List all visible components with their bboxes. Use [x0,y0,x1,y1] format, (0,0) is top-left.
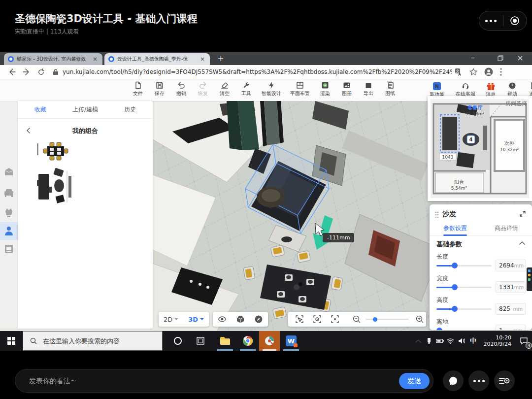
room-select-button[interactable]: 房间选择 [505,100,527,107]
more-button[interactable] [479,11,503,30]
notification-button[interactable]: 3 [515,331,532,351]
width-value-input[interactable]: 1331mm [496,281,526,293]
toolbar-save[interactable]: 保存 [149,81,170,97]
visibility-eye-icon[interactable] [218,315,227,324]
edge-toolbar-handle[interactable] [527,267,532,291]
restore-icon[interactable] [498,55,503,61]
tab-upload-model[interactable]: 上传/建模 [63,105,107,114]
length-slider[interactable] [436,263,492,268]
url-text[interactable]: yun.kujiale.com/tool/h5/diy?designid=3FO… [63,68,452,75]
combo-thumbnail-dining[interactable] [36,140,73,162]
catalog-panel: 收藏 上传/建模 历史 我的组合 [18,101,153,329]
toolbar-support[interactable]: 在线客服 [451,81,480,98]
volume-icon[interactable] [456,331,467,351]
battery-icon[interactable] [434,331,445,351]
file-explorer-button[interactable] [214,331,236,351]
tray-chevron-icon[interactable] [413,331,424,351]
chrome-button[interactable] [236,331,259,351]
forward-icon[interactable] [23,68,31,76]
back-icon[interactable] [8,68,16,76]
view-3d-button[interactable]: 3D [183,316,209,323]
toolbar-render[interactable]: 渲染 [314,81,336,97]
drag-handle-icon[interactable] [434,211,439,218]
cube-view-icon[interactable] [236,315,245,324]
toolbar-file[interactable]: 文件 [127,81,149,97]
browser-tab-2-active[interactable]: 云设计工具_圣德保陶瓷_季丹-保 × [104,53,210,65]
record-icon[interactable] [503,11,527,30]
room-living-name[interactable]: 客餐厅 [467,105,483,110]
zoom-slider-thumb[interactable] [373,317,377,322]
appliance-category-icon[interactable] [3,243,15,255]
new-tab-icon[interactable]: + [216,54,226,64]
browser-tab-1[interactable]: 酷家乐 - 3D云设计, 室内装修效 × [4,53,102,65]
height-value-input[interactable]: 825mm [496,303,526,315]
marquee-settings-icon[interactable] [313,315,322,324]
toolbar-redo[interactable]: 恢复 [192,81,214,97]
item-count-badge: 4 [469,137,473,142]
taskbar-clock[interactable]: 10:20 2020/9/24 [480,334,515,347]
usb-device-icon[interactable] [424,331,434,351]
chevron-up-icon[interactable] [519,241,525,245]
comment-input[interactable] [28,369,314,392]
room-balcony-name[interactable]: 阳台 [454,179,464,185]
tab-parameter-settings[interactable]: 参数设置 [430,222,481,235]
task-view-button[interactable] [189,331,212,351]
search-input[interactable] [42,337,155,345]
tab-history[interactable]: 历史 [108,105,153,114]
marquee-select-icon[interactable] [295,315,304,324]
zoom-in-icon[interactable] [415,315,424,324]
expand-icon[interactable] [519,210,526,217]
toolbar-undo[interactable]: 撤销 [170,81,192,97]
toolbar-clear[interactable]: 清空 [214,81,235,97]
decor-category-icon[interactable] [3,206,15,218]
danmaku-settings-button[interactable] [494,370,515,391]
recorder-app-button[interactable] [259,331,280,351]
length-value-input[interactable]: 2694mm [496,260,526,271]
floorplan-minimap[interactable]: 4 1043 客餐厅 35.68m² 次卧 10.32m² 阳台 5.54m² … [428,96,532,201]
toolbar-exit[interactable]: 退出 [523,81,532,98]
toolbar-drawing[interactable]: 图纸 [379,81,401,97]
cortana-button[interactable] [166,331,189,351]
browser-menu-icon[interactable] [500,68,502,76]
height-slider[interactable] [436,306,492,312]
width-slider[interactable] [436,284,492,290]
toolbar-message[interactable]: 消息 [480,81,501,98]
chat-bubble-button[interactable] [443,370,464,391]
profile-avatar-icon[interactable] [484,67,493,76]
focus-center-icon[interactable] [331,315,339,324]
combo-thumbnail-livingroom[interactable] [34,165,75,206]
wifi-icon[interactable] [445,331,456,351]
zoom-slider[interactable] [366,316,408,322]
tab-close-icon[interactable]: × [199,56,206,63]
start-button[interactable] [0,331,23,351]
tab-product-details[interactable]: 商品详情 [481,222,532,235]
compass-icon[interactable] [254,315,263,324]
ime-indicator[interactable]: 中 [467,331,480,351]
furniture-category-icon[interactable] [3,187,15,199]
more-options-button[interactable] [468,370,489,391]
offground-value-input[interactable]: 1mm [496,325,526,330]
wps-app-button[interactable]: W [280,331,302,351]
toolbar-help[interactable]: ? 帮助 [501,81,523,98]
tab-close-icon[interactable]: × [92,56,99,63]
avatar-category-selected[interactable] [0,222,18,240]
toolbar-floorplan[interactable]: 平面布置 [286,81,314,97]
translate-icon[interactable]: 文 [455,68,463,76]
room-category-icon[interactable] [3,166,15,178]
zoom-out-icon[interactable] [352,315,361,324]
taskbar-search[interactable] [23,331,163,351]
toolbar-album[interactable]: 图册 [336,81,358,97]
bookmark-star-icon[interactable] [469,68,477,76]
toolbar-tools[interactable]: 工具 [235,81,257,97]
send-button[interactable]: 发送 [399,373,430,389]
offground-slider[interactable] [436,328,492,330]
toolbar-new-feature[interactable]: N 新功能 [423,81,451,98]
reload-icon[interactable] [37,68,45,76]
close-window-icon[interactable]: × [514,52,526,65]
room-bedroom-name[interactable]: 次卧 [504,140,515,146]
toolbar-export[interactable]: 导出 [358,81,379,97]
toolbar-smart-design[interactable]: 智能设计 [257,81,286,97]
view-2d-button[interactable]: 2D [159,316,183,323]
tab-favorites[interactable]: 收藏 [18,105,63,114]
minimize-icon[interactable]: – [467,52,479,65]
